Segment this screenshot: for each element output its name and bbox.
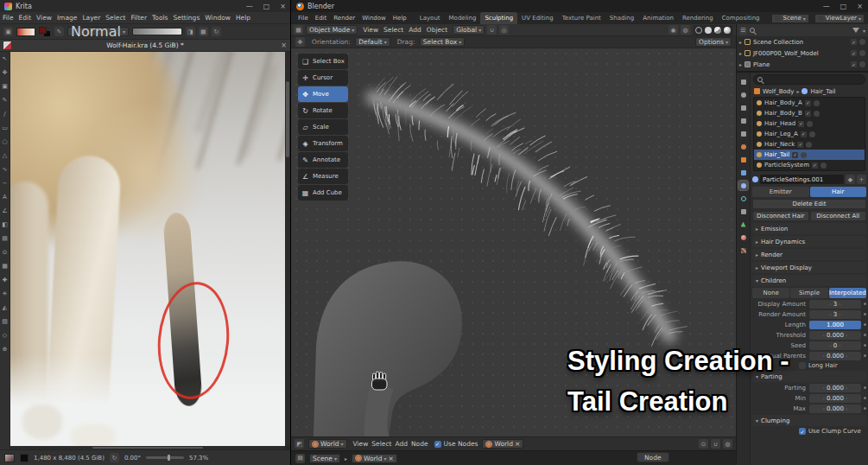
mode-dropdown[interactable]: Object Mode▾ — [306, 25, 358, 35]
workspace-tab[interactable]: Modeling — [445, 12, 481, 24]
display-toggle-icon[interactable]: ✓ — [797, 142, 803, 148]
scene-tab[interactable] — [738, 129, 748, 138]
workspace-tab[interactable]: Rendering — [678, 12, 718, 24]
keyframe-dot-icon[interactable] — [864, 354, 866, 357]
render-toggle-icon[interactable] — [809, 131, 815, 137]
render-visibility-icon[interactable] — [859, 61, 865, 67]
tool-button[interactable]: ✛ Cursor — [298, 70, 348, 86]
move-tool[interactable]: ✥ — [1, 68, 9, 76]
fill-tool[interactable]: ◧ — [1, 220, 9, 228]
display-toggle-icon[interactable]: ✓ — [801, 131, 807, 137]
unlink-icon[interactable]: × — [515, 440, 520, 448]
value-slider[interactable]: ‹3› — [809, 310, 861, 319]
properties-search-field[interactable] — [753, 74, 865, 85]
workspace-tab[interactable]: Compositing — [718, 12, 764, 24]
scene-breadcrumb[interactable]: Scene▾ — [309, 454, 340, 463]
fake-user-shield-icon[interactable]: ◆ — [846, 175, 855, 184]
checkbox-toggle-icon[interactable]: ✓ — [851, 50, 857, 56]
tool-button[interactable]: ✎ Annotate — [298, 152, 348, 168]
outliner-editor-icon[interactable]: ☰ — [739, 27, 747, 35]
particle-system-row[interactable]: Hair_Leg_A ✓ — [754, 129, 865, 139]
gradient-chip[interactable] — [16, 28, 35, 36]
value-slider[interactable]: ‹1.000› — [809, 321, 861, 329]
object-tab[interactable] — [738, 155, 748, 164]
pin-icon[interactable]: ⊙ — [699, 439, 708, 449]
menu-item[interactable]: Tools — [149, 14, 170, 22]
workspace-tab[interactable]: Sculpting — [480, 12, 517, 24]
rotation-icon[interactable]: ↻ — [110, 453, 119, 462]
render-visibility-icon[interactable] — [859, 39, 865, 45]
polyline-tool[interactable]: ∿ — [1, 165, 9, 173]
delete-edit-button[interactable]: Delete Edit — [752, 199, 866, 209]
view-layer-tab[interactable] — [738, 116, 748, 125]
crop-tool[interactable]: ▣ — [1, 82, 9, 90]
rendered-icon[interactable] — [724, 27, 731, 34]
ellipse-tool[interactable]: ○ — [1, 137, 9, 145]
keyframe-dot-icon[interactable] — [864, 397, 866, 399]
tool-tab[interactable] — [738, 77, 748, 86]
viewlayer-selector[interactable]: ViewLayer▾ — [814, 14, 865, 23]
particle-tab[interactable] — [738, 181, 748, 190]
display-toggle-icon[interactable]: ✓ — [792, 152, 798, 158]
menu-item[interactable]: View — [352, 440, 371, 448]
transform-tool[interactable]: ↖ — [1, 54, 9, 62]
blend-mode-dropdown[interactable]: Normal▾ — [67, 27, 129, 36]
workspace-tab[interactable]: Texture Paint — [558, 12, 605, 24]
outliner-row[interactable]: ▸ Scene Collection ✓ — [737, 36, 868, 48]
overlays-icon[interactable]: ◍ — [681, 25, 690, 35]
shading-type-dropdown[interactable]: World▾ — [308, 439, 347, 449]
particle-system-row[interactable]: Hair_Body_B ✓ — [754, 108, 865, 118]
brush-preset-chip[interactable] — [4, 454, 15, 462]
eraser-icon[interactable]: ◨ — [186, 27, 195, 36]
polygon-tool[interactable]: △ — [1, 151, 9, 159]
snap-magnet-icon[interactable]: ∪ — [487, 25, 497, 35]
zoom-slider[interactable] — [146, 456, 184, 459]
children-mode-option[interactable]: None — [752, 288, 789, 298]
keyframe-dot-icon[interactable] — [864, 386, 866, 389]
value-slider[interactable]: ‹0.000› — [809, 331, 861, 340]
editor-type-icon[interactable]: ▦ — [294, 25, 303, 35]
expand-icon[interactable]: ▸ — [739, 61, 742, 67]
type-option[interactable]: Hair — [810, 187, 867, 197]
orientation-dropdown[interactable]: Default▾ — [355, 37, 390, 47]
wireframe-icon[interactable] — [695, 27, 702, 34]
rectangle-tool[interactable]: ▭ — [1, 124, 9, 131]
color-sampler-tool[interactable]: ⊙ — [1, 248, 9, 256]
tool-button[interactable]: ❏ Select Box — [298, 54, 348, 69]
menu-item[interactable]: Layer — [79, 14, 103, 22]
constraint-tab[interactable] — [738, 207, 748, 216]
world-tab[interactable] — [738, 142, 748, 151]
display-toggle-icon[interactable]: ✓ — [798, 121, 804, 127]
menu-item[interactable]: Edit — [312, 15, 331, 22]
menu-item[interactable]: Window — [358, 15, 390, 22]
modifier-tab[interactable] — [738, 168, 748, 177]
brush-preset-icon[interactable]: ✎ — [54, 27, 64, 36]
type-option[interactable]: Emitter — [752, 187, 809, 197]
overlay-icon[interactable]: ◍ — [723, 439, 732, 449]
children-section-header[interactable]: ▾ Children — [752, 275, 866, 286]
use-nodes-checkbox[interactable]: ✓ — [434, 441, 441, 448]
menu-item[interactable]: Object — [424, 26, 450, 34]
menu-item[interactable]: Select — [370, 440, 393, 448]
menu-item[interactable]: Image — [54, 14, 80, 22]
display-toggle-icon[interactable]: ✓ — [805, 111, 811, 117]
render-toggle-icon[interactable] — [814, 111, 820, 117]
preserve-alpha-icon[interactable]: ▦ — [199, 27, 208, 36]
menu-item[interactable]: Select — [381, 26, 406, 34]
text-tool[interactable]: A — [1, 193, 9, 201]
new-datablock-icon[interactable]: + — [857, 175, 866, 184]
value-slider[interactable]: ‹0.000› — [809, 394, 861, 403]
value-slider[interactable]: ‹0.000› — [809, 404, 861, 413]
drag-dropdown[interactable]: Select Box▾ — [420, 37, 465, 47]
close-button[interactable]: × — [280, 3, 286, 10]
keyframe-dot-icon[interactable] — [864, 303, 866, 305]
freehand-brush-tool[interactable]: ✎ — [1, 96, 9, 104]
menu-item[interactable]: File — [0, 14, 16, 22]
workspace-tab[interactable]: Shading — [605, 12, 638, 24]
workspace-tab[interactable]: Animation — [638, 12, 678, 24]
tool-button[interactable]: ▦ Add Cube — [298, 185, 348, 201]
tool-button[interactable]: ▱ Scale — [298, 119, 348, 135]
tool-button[interactable]: ∠ Measure — [298, 169, 348, 184]
particle-system-row[interactable]: Hair_Tail ✓ — [754, 150, 865, 160]
menu-item[interactable]: Render — [330, 15, 358, 22]
